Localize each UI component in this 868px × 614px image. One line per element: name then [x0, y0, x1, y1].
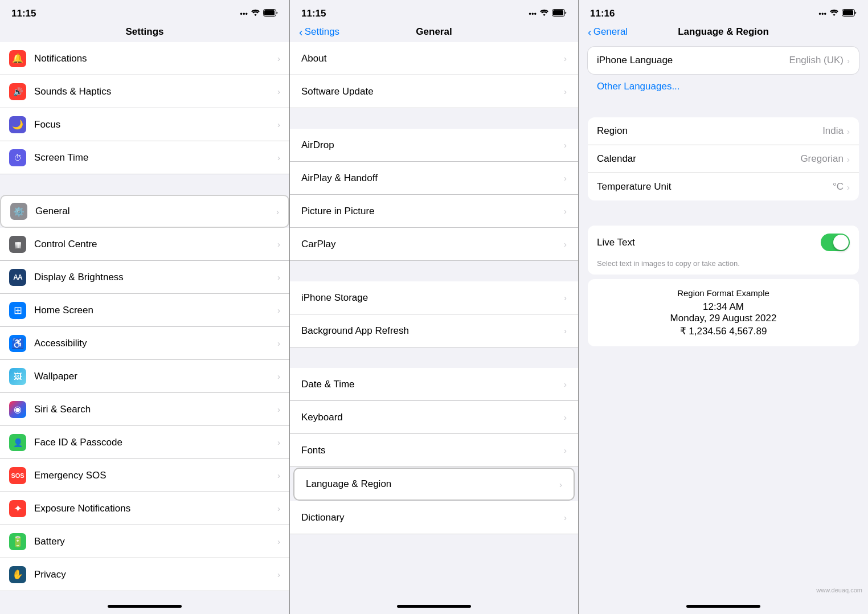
general-item-about[interactable]: About ›	[290, 42, 578, 75]
general-item-fonts[interactable]: Fonts ›	[290, 434, 578, 467]
sidebar-item-display[interactable]: AA Display & Brightness ›	[0, 261, 289, 294]
other-languages-link[interactable]: Other Languages...	[588, 73, 689, 100]
battery-icon-3	[842, 9, 857, 18]
general-icon: ⚙️	[10, 203, 27, 220]
face-id-chevron: ›	[277, 437, 280, 447]
notifications-chevron: ›	[277, 54, 280, 63]
status-bar-1: 11:15 •••	[0, 0, 289, 24]
temperature-chevron: ›	[847, 182, 850, 192]
language-region-label: Language & Region	[306, 478, 559, 490]
nav-title-3: Language & Region	[678, 26, 769, 38]
sidebar-item-sounds[interactable]: 🔊 Sounds & Haptics ›	[0, 75, 289, 108]
exposure-chevron: ›	[277, 504, 280, 513]
general-item-storage[interactable]: iPhone Storage ›	[290, 281, 578, 314]
general-item-keyboard[interactable]: Keyboard ›	[290, 401, 578, 434]
other-languages-container: Other Languages...	[579, 79, 868, 97]
accessibility-label: Accessibility	[34, 338, 277, 349]
status-bar-3: 11:16 •••	[579, 0, 868, 24]
region-chevron: ›	[847, 126, 850, 136]
battery-icon-2	[552, 9, 567, 18]
sounds-icon: 🔊	[9, 83, 26, 100]
keyboard-chevron: ›	[564, 412, 567, 422]
wifi-icon	[251, 9, 260, 18]
sidebar-item-notifications[interactable]: 🔔 Notifications ›	[0, 42, 289, 75]
general-item-airdrop[interactable]: AirDrop ›	[290, 129, 578, 162]
general-group-1: About › Software Update ›	[290, 42, 578, 108]
region-section: Region India › Calendar Gregorian › Temp…	[588, 117, 859, 200]
temperature-row[interactable]: Temperature Unit °C ›	[588, 173, 859, 200]
general-item-background-refresh[interactable]: Background App Refresh ›	[290, 314, 578, 347]
wallpaper-label: Wallpaper	[34, 371, 277, 382]
display-icon: AA	[9, 269, 26, 286]
sidebar-item-general[interactable]: ⚙️ General ›	[0, 195, 289, 228]
general-item-software-update[interactable]: Software Update ›	[290, 75, 578, 108]
keyboard-label: Keyboard	[301, 412, 564, 423]
sidebar-item-screen-time[interactable]: ⏱ Screen Time ›	[0, 141, 289, 174]
calendar-chevron: ›	[847, 154, 850, 164]
dictionary-label: Dictionary	[301, 512, 564, 523]
sidebar-item-exposure[interactable]: ✦ Exposure Notifications ›	[0, 492, 289, 525]
watermark: www.deuaq.com	[816, 587, 862, 593]
sidebar-item-wallpaper[interactable]: 🖼 Wallpaper ›	[0, 360, 289, 393]
sidebar-item-face-id[interactable]: 👤 Face ID & Passcode ›	[0, 426, 289, 459]
chevron-left-3: ‹	[588, 26, 592, 39]
control-centre-icon: ▦	[9, 236, 26, 253]
sidebar-item-accessibility[interactable]: ♿ Accessibility ›	[0, 327, 289, 360]
background-refresh-chevron: ›	[564, 326, 567, 335]
general-item-pip[interactable]: Picture in Picture ›	[290, 195, 578, 228]
battery-chevron: ›	[277, 537, 280, 546]
privacy-label: Privacy	[34, 569, 277, 580]
status-bar-2: 11:15 •••	[290, 0, 578, 24]
general-item-date-time[interactable]: Date & Time ›	[290, 368, 578, 401]
sidebar-item-control-centre[interactable]: ▦ Control Centre ›	[0, 228, 289, 261]
home-indicator-2	[290, 598, 578, 614]
home-bar-2	[397, 605, 471, 608]
sidebar-item-siri[interactable]: ◉ Siri & Search ›	[0, 393, 289, 426]
general-label: General	[35, 206, 276, 217]
status-time-1: 11:15	[11, 8, 36, 19]
emergency-icon: SOS	[9, 467, 26, 484]
temperature-value: °C	[833, 181, 844, 193]
chevron-left-2: ‹	[299, 26, 303, 39]
calendar-row[interactable]: Calendar Gregorian ›	[588, 145, 859, 173]
general-item-dictionary[interactable]: Dictionary ›	[290, 501, 578, 534]
back-button-3[interactable]: ‹ General	[588, 26, 628, 39]
sidebar-item-home-screen[interactable]: ⊞ Home Screen ›	[0, 294, 289, 327]
iphone-language-chevron: ›	[847, 56, 850, 66]
back-button-2[interactable]: ‹ Settings	[299, 26, 339, 39]
general-item-airplay[interactable]: AirPlay & Handoff ›	[290, 162, 578, 195]
live-text-toggle[interactable]	[821, 234, 850, 251]
format-title: Region Format Example	[597, 288, 850, 298]
sidebar-item-focus[interactable]: 🌙 Focus ›	[0, 108, 289, 141]
control-centre-chevron: ›	[277, 239, 280, 249]
live-text-section: Live Text Select text in images to copy …	[588, 226, 859, 275]
iphone-language-section: iPhone Language English (UK) ›	[588, 47, 859, 74]
general-item-language-region[interactable]: Language & Region ›	[293, 468, 575, 501]
siri-label: Siri & Search	[34, 404, 277, 415]
nav-title-2: General	[416, 26, 452, 38]
home-screen-icon: ⊞	[9, 302, 26, 319]
region-row[interactable]: Region India ›	[588, 117, 859, 145]
siri-icon: ◉	[9, 401, 26, 418]
general-list: About › Software Update › AirDrop › AirP…	[290, 42, 578, 598]
status-time-2: 11:15	[301, 8, 326, 19]
sidebar-item-privacy[interactable]: ✋ Privacy ›	[0, 558, 289, 591]
home-screen-label: Home Screen	[34, 305, 277, 316]
storage-label: iPhone Storage	[301, 292, 564, 304]
accessibility-icon: ♿	[9, 335, 26, 352]
sidebar-item-battery[interactable]: 🔋 Battery ›	[0, 525, 289, 558]
status-icons-2: •••	[529, 9, 567, 18]
iphone-language-row[interactable]: iPhone Language English (UK) ›	[588, 47, 859, 74]
emergency-label: Emergency SOS	[34, 470, 277, 481]
home-screen-chevron: ›	[277, 305, 280, 315]
display-label: Display & Brightness	[34, 272, 277, 283]
airplay-label: AirPlay & Handoff	[301, 173, 564, 184]
temperature-label: Temperature Unit	[597, 181, 833, 193]
panel-settings: 11:15 ••• Settings	[0, 0, 289, 614]
signal-icon-2: •••	[529, 10, 537, 18]
sidebar-item-emergency[interactable]: SOS Emergency SOS ›	[0, 459, 289, 492]
panel-language-region: 11:16 ••• ‹ General	[579, 0, 868, 614]
general-item-carplay[interactable]: CarPlay ›	[290, 228, 578, 261]
carplay-label: CarPlay	[301, 239, 564, 250]
home-bar-3	[686, 605, 760, 608]
